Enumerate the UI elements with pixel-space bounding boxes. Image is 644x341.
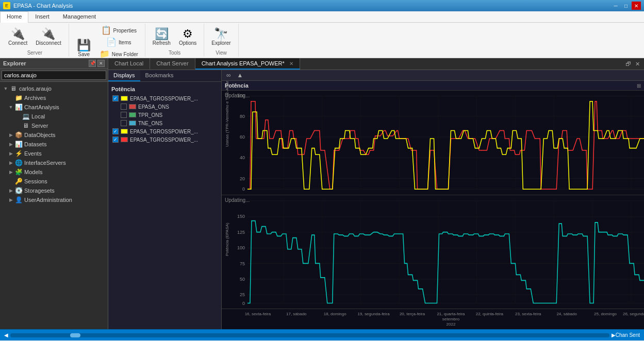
save-button[interactable]: 💾 Save (73, 38, 95, 59)
options-button[interactable]: ⚙ Options (176, 26, 200, 48)
displays-group-header: Potência (110, 84, 219, 94)
title-bar-left: E EPASA - Chart Analysis (3, 2, 73, 9)
dataobjects-label: DataObjects (24, 132, 106, 138)
content-area: Chart Local Chart Server Chart Analysis … (108, 58, 644, 329)
tree-item-local[interactable]: 💻 Local (0, 112, 108, 121)
tree-item-sessions[interactable]: 🔑 Sessions (0, 177, 108, 186)
tab-chart-local[interactable]: Chart Local (108, 58, 150, 70)
next-scroll-button[interactable]: ▶ (612, 332, 616, 338)
explorer-pin-button[interactable]: 📌 (89, 60, 96, 67)
local-label: Local (31, 113, 106, 120)
float-button[interactable]: 🗗 (623, 60, 633, 68)
top-chart-svg: 0 20 40 60 80 100 (222, 91, 644, 195)
explorer-close-button[interactable]: ✕ (97, 60, 105, 67)
tree-item-datasets[interactable]: ▶ 📊 Datasets (0, 140, 108, 149)
svg-text:0: 0 (242, 186, 245, 192)
tab-chart-analysis[interactable]: Chart Analysis EPASA_POWER* ✕ (195, 58, 300, 70)
new-folder-icon: 📁 (100, 50, 110, 58)
properties-button[interactable]: 📋 Properties (97, 25, 141, 36)
view-buttons: 🔭 Explorer (208, 25, 234, 49)
content-tabs: Chart Local Chart Server Chart Analysis … (108, 58, 644, 70)
label-epasa-ons: EPASA_ONS (138, 104, 169, 110)
display-item-epasa-tgrosspower3[interactable]: ✓ EPASA_TGROSSPOWER_... (110, 135, 219, 144)
prev-scroll-button[interactable]: ◀ (4, 332, 8, 338)
expand-useradmin-icon: ▶ (7, 197, 14, 202)
color-epasa-tgrosspower3 (121, 137, 128, 142)
dock-button[interactable]: ✕ (633, 60, 642, 69)
connect-button[interactable]: 🔌 Connect (5, 26, 30, 48)
ribbon-group-server: 🔌 Connect 🔌 Disconnect Server (1, 24, 69, 57)
svg-text:75: 75 (240, 260, 245, 266)
archives-label: Archives (24, 95, 106, 101)
tab-management[interactable]: Management (56, 11, 103, 22)
server-group-label: Server (5, 49, 64, 56)
top-chart-container: Potência ⊞ Updating... Usinas (TPR-Verme… (222, 81, 644, 195)
tree-item-events[interactable]: ▶ ⚡ Events (0, 149, 108, 158)
items-button[interactable]: 📄 Items (97, 37, 141, 48)
server-buttons: 🔌 Connect 🔌 Disconnect (5, 25, 64, 49)
label-tne-ons: TNE_ONS (138, 121, 162, 126)
top-chart-expand-icon[interactable]: ⊞ (637, 83, 641, 89)
storagesets-label: Storagesets (24, 187, 106, 194)
explorer-header-controls: 📌 ✕ (89, 60, 105, 67)
disconnect-button[interactable]: 🔌 Disconnect (32, 26, 64, 48)
disconnect-icon: 🔌 (41, 28, 55, 40)
close-button[interactable]: ✕ (632, 2, 641, 10)
label-epasa-tgrosspower3: EPASA_TGROSSPOWER_... (130, 137, 198, 143)
tree-item-dataobjects[interactable]: ▶ 📦 DataObjects (0, 130, 108, 140)
display-item-tpr-ons[interactable]: TPR_ONS (110, 111, 219, 119)
display-item-tne-ons[interactable]: TNE_ONS (110, 119, 219, 127)
explorer-button[interactable]: 🔭 Explorer (208, 26, 234, 48)
tab-displays[interactable]: Displays (108, 70, 140, 81)
tree-item-chartanalysis[interactable]: ▼ 📊 ChartAnalysis (0, 103, 108, 112)
minimize-button[interactable]: ─ (611, 2, 620, 10)
chk-epasa-tgrosspower-group[interactable]: ✓ (112, 95, 119, 101)
items-icon: 📄 (106, 38, 117, 46)
chartanalysis-icon: 📊 (14, 104, 23, 111)
tree-item-root[interactable]: ▼ 🖥 carlos.araujo (0, 84, 108, 93)
refresh-button[interactable]: 🔄 Refresh (150, 26, 174, 48)
tree-item-archives[interactable]: 📁 Archives (0, 93, 108, 103)
display-item-epasa-ons[interactable]: EPASA_ONS (110, 103, 219, 111)
label-tpr-ons: TPR_ONS (138, 112, 162, 118)
tab-chart-server[interactable]: Chart Server (150, 58, 195, 70)
svg-text:24, sábado: 24, sábado (556, 312, 577, 316)
tab-insert[interactable]: Insert (28, 11, 56, 22)
save-icon: 💾 (77, 40, 91, 51)
tab-close-icon[interactable]: ✕ (289, 61, 293, 66)
bottom-chart-updating: Updating... (225, 197, 250, 203)
chk-epasa-tgrosspower3[interactable]: ✓ (112, 137, 119, 143)
tab-home[interactable]: Home (0, 11, 28, 23)
interfaceservers-icon: 🌐 (14, 159, 23, 166)
x-axis-svg: 16, sexta-feira 17, sábado 18, domingo 1… (222, 309, 644, 329)
display-item-epasa-tgrosspower-group[interactable]: ✓ EPASA_TGROSSPOWER_... (110, 94, 219, 103)
maximize-button[interactable]: □ (621, 2, 631, 10)
explorer-header: Explorer 📌 ✕ (0, 58, 108, 69)
explorer-search-input[interactable] (2, 71, 106, 80)
tree-item-server[interactable]: 🖥 Server (0, 121, 108, 130)
up-button[interactable]: ▲ (236, 71, 245, 79)
chk-tne-ons[interactable] (121, 120, 127, 126)
tools-buttons: 🔄 Refresh ⚙ Options (150, 25, 200, 49)
expand-dataobjects-icon: ▶ (7, 132, 14, 138)
infinity-button[interactable]: ∞ (225, 71, 233, 79)
ribbon: Home Insert Management 🔌 Connect 🔌 Disco… (0, 11, 644, 58)
scroll-track[interactable] (10, 333, 609, 337)
svg-text:0: 0 (242, 300, 245, 306)
tab-bookmarks[interactable]: Bookmarks (140, 70, 179, 81)
tree-item-interfaceservers[interactable]: ▶ 🌐 InterfaceServers (0, 158, 108, 167)
top-chart-y-label: Usinas (TPR-Vermelho e TNE-Amarelo) (225, 139, 229, 147)
expand-interfaceservers-icon: ▶ (7, 160, 14, 165)
chart-panel-tabs: Displays Bookmarks (108, 70, 221, 82)
tree-item-useradmin[interactable]: ▶ 👤 UserAdministration (0, 195, 108, 204)
chk-epasa-ons[interactable] (121, 104, 127, 110)
display-item-epasa-tgrosspower2[interactable]: ✓ EPASA_TGROSSPOWER_... (110, 127, 219, 135)
new-folder-label: New Folder (112, 52, 138, 57)
connect-label: Connect (8, 40, 27, 46)
bottom-chart-body: Updating... Potência (EPASA) (222, 195, 644, 309)
tree-item-models[interactable]: ▶ 🧩 Models (0, 167, 108, 177)
server-label: Server (31, 123, 106, 129)
tree-item-storagesets[interactable]: ▶ 💽 Storagesets (0, 186, 108, 195)
chk-epasa-tgrosspower2[interactable]: ✓ (112, 128, 119, 134)
chk-tpr-ons[interactable] (121, 112, 127, 118)
